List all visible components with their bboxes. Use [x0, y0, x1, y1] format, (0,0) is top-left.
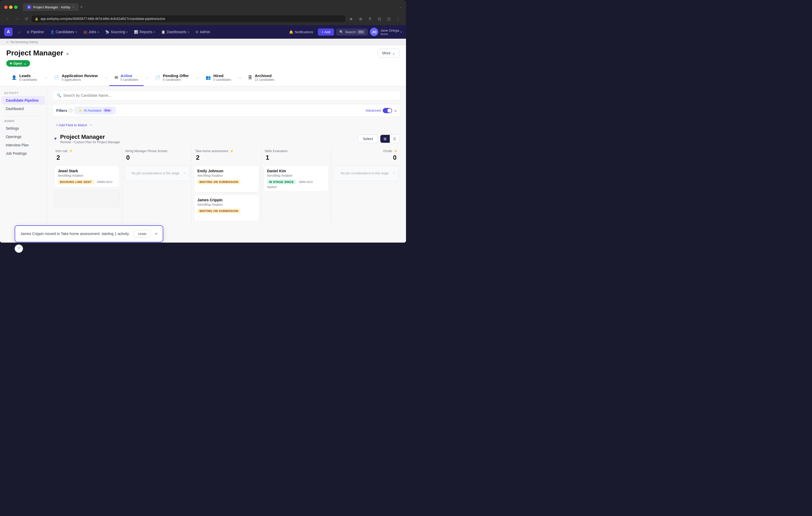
candidate-card-james-crippin[interactable]: James Crippin AeroWisp Aviation WAITING … — [194, 194, 259, 221]
toast-close-button[interactable]: × — [155, 232, 157, 236]
leads-icon: 👤 — [11, 75, 17, 80]
onsite-lightning-icon: ⚡ — [394, 149, 398, 153]
stage-pending-offer[interactable]: 📄 Pending Offer 0 candidates — [150, 70, 194, 86]
arrow-3: → — [144, 75, 150, 80]
edit-icon-onsite[interactable]: ✎ — [393, 171, 395, 176]
user-org: Acme — [380, 32, 399, 35]
help-button[interactable]: ? — [14, 244, 23, 253]
col-count-onsite: 0 — [334, 153, 398, 163]
split-view-icon[interactable]: ⊟ — [376, 15, 383, 23]
sidebar-item-settings[interactable]: Settings — [2, 124, 45, 132]
kanban-cols: Intro call ⚡ 2 Jewel Stark AeroWisp Avia… — [52, 147, 401, 223]
refresh-button[interactable]: ↺ — [23, 16, 30, 23]
nav-sourcing[interactable]: 📡 Sourcing ▾ — [103, 28, 130, 35]
tab-favicon: A — [27, 5, 31, 9]
menu-icon[interactable]: ⋮ — [395, 15, 402, 23]
pending-offer-icon: 📄 — [155, 75, 161, 80]
new-tab-button[interactable]: + — [80, 4, 83, 10]
kanban-actions: Select ⊞ ☰ — [358, 134, 400, 143]
select-button[interactable]: Select — [358, 134, 378, 143]
nav-candidates[interactable]: 👤 Candidates ▾ — [48, 28, 80, 35]
nav-pipeline-label: Pipeline — [31, 30, 44, 34]
no-considerations-onsite: ✎ No job considerations in this stage — [333, 165, 399, 181]
sidebar-item-candidate-pipeline[interactable]: Candidate Pipeline — [2, 96, 45, 104]
candidate-company: AeroWisp Aviation — [58, 174, 116, 178]
edit-icon[interactable]: ✎ — [183, 171, 186, 176]
tab-dropdown-icon[interactable]: ⌄ — [399, 5, 402, 9]
avatar[interactable]: JO — [370, 28, 378, 36]
toast-undo-button[interactable]: Undo — [134, 230, 151, 238]
list-view-button[interactable]: ☰ — [390, 135, 400, 143]
admin-icon: ⚙ — [196, 30, 199, 34]
job-title[interactable]: Project Manager ⌄ — [6, 49, 69, 57]
forward-button[interactable]: → — [13, 16, 21, 22]
address-bar-row: ← → ↺ 🔒 app.ashbyhq.com/jobs/40855877-fd… — [4, 13, 402, 25]
grid-view-button[interactable]: ⊞ — [380, 135, 390, 143]
candidate-card-daniel-kim[interactable]: Daniel Kim AeroWisp Aviation IN STAGE SI… — [264, 165, 329, 192]
candidate-card-emily-johnson[interactable]: Emily Johnson AeroWisp Aviation WAITING … — [194, 165, 259, 192]
open-badge[interactable]: Open ⌄ — [6, 60, 30, 67]
nav-jobs[interactable]: 💼 Jobs ▾ — [81, 28, 102, 35]
add-field-button[interactable]: + Add Field to Match — [56, 123, 87, 127]
tab-close-icon[interactable]: × — [72, 5, 74, 9]
candidate-card-jewel-stark[interactable]: Jewel Stark AeroWisp Aviation BOOKING LI… — [54, 165, 120, 188]
ai-assistant-button[interactable]: ✨ AI Assistant Beta — [75, 107, 115, 114]
arrow-1: → — [42, 75, 49, 80]
more-chevron-icon: ⌄ — [392, 51, 395, 55]
minimize-button[interactable] — [9, 5, 12, 9]
view-toggle: ⊞ ☰ — [380, 134, 400, 143]
lock-icon: 🔒 — [35, 17, 38, 21]
app-logo[interactable]: A — [4, 28, 12, 36]
sidebar-item-openings[interactable]: Openings — [2, 132, 45, 141]
active-tab[interactable]: A Project Manager · Ashby × — [23, 3, 79, 11]
sidebar-item-job-postings[interactable]: Job Postings — [2, 149, 45, 158]
tab-bar: A Project Manager · Ashby × + — [23, 3, 397, 11]
candidate-company: AeroWisp Aviation — [197, 203, 256, 207]
nav-home[interactable]: ⌂ — [16, 29, 23, 35]
stage-hired[interactable]: 👥 Hired 0 candidates — [200, 70, 236, 86]
leads-name: Leads — [19, 73, 37, 78]
archived-count: 21 candidates — [255, 78, 274, 82]
add-button[interactable]: + Add — [318, 29, 334, 35]
stage-active[interactable]: ✉ Active 5 candidates — [109, 70, 144, 86]
search-button[interactable]: 🔍 Search ⌘K — [336, 29, 368, 35]
nav-pipeline[interactable]: ⊞ Pipeline — [24, 28, 47, 35]
search-input[interactable] — [63, 93, 396, 97]
skills-evaluation-title: Skills Evaluation — [265, 149, 288, 153]
filter-info-icon[interactable]: i — [68, 109, 72, 113]
stage-archived[interactable]: 🗄 Archived 21 candidates — [243, 70, 280, 86]
collapse-button[interactable]: ∧ — [394, 109, 397, 113]
stage-application-review[interactable]: 📄 Application Review 0 applications — [49, 70, 103, 86]
kanban-job-sub: Remote · Custom Plan for Project Manager — [60, 140, 120, 144]
address-bar[interactable]: 🔒 app.ashbyhq.com/jobs/40855877-fd68-487… — [32, 16, 345, 22]
arrow-5: → — [236, 75, 243, 80]
reports-icon: 📊 — [134, 30, 138, 34]
nav-admin[interactable]: ⚙ Admin — [193, 28, 213, 35]
nav-dashboards[interactable]: 📋 Dashboards ▾ — [158, 28, 192, 35]
browser-chrome: A Project Manager · Ashby × + ⌄ ← → ↺ 🔒 … — [0, 0, 406, 25]
hired-count: 0 candidates — [213, 78, 231, 82]
more-button[interactable]: More ⌄ — [378, 49, 400, 58]
advanced-toggle[interactable] — [383, 108, 392, 113]
filters-bar: Filters i ✨ AI Assistant Beta Advanced ∧ — [52, 104, 401, 117]
stage-leads[interactable]: 👤 Leads 0 candidates — [6, 70, 42, 86]
user-info[interactable]: Jane Ortega Acme ▾ — [380, 29, 402, 35]
back-button[interactable]: ← — [4, 16, 11, 22]
extensions-icon[interactable]: ⊕ — [357, 15, 364, 23]
intro-call-title: Intro call — [55, 149, 67, 153]
bookmark-icon[interactable]: ★ — [347, 15, 355, 23]
maximize-button[interactable] — [14, 5, 18, 9]
sidebar-icon[interactable]: ⊡ — [385, 15, 393, 23]
kanban-collapse-icon[interactable]: ▼ — [53, 136, 58, 141]
candidate-company: AeroWisp Aviation — [267, 174, 326, 178]
profile-icon[interactable]: A — [366, 15, 374, 23]
nav-reports[interactable]: 📊 Reports ▾ — [131, 28, 157, 35]
pending-offer-count: 0 candidates — [163, 78, 189, 82]
sidebar-item-interview-plan[interactable]: Interview Plan — [2, 141, 45, 149]
more-options-button[interactable]: ··· — [89, 123, 93, 127]
notifications-button[interactable]: 🔔 Notifications — [286, 29, 316, 35]
close-button[interactable] — [4, 5, 7, 9]
history-icon: ↩ — [6, 40, 9, 44]
sidebar-item-dashboard[interactable]: Dashboard — [2, 104, 45, 113]
sourcing-chevron: ▾ — [126, 31, 128, 33]
